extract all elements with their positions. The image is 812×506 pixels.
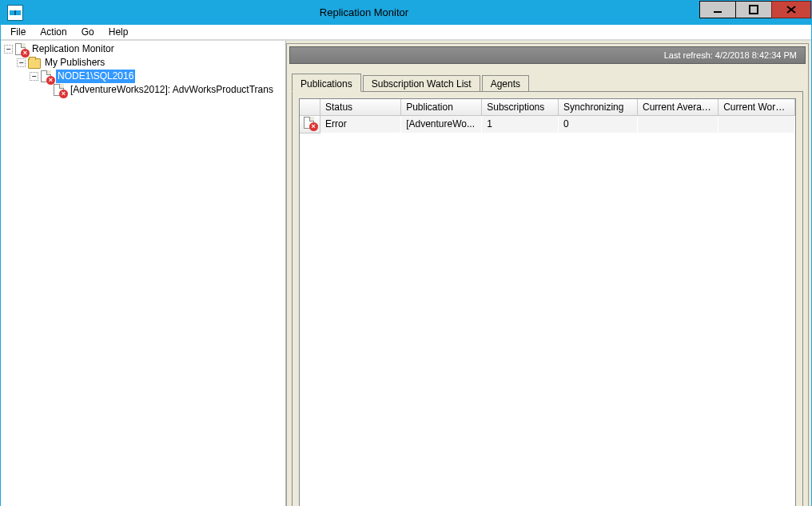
tree-node-publication[interactable]: × [AdventureWorks2012]: AdvWorksProductT… <box>42 83 275 97</box>
tree-node-publishers[interactable]: − My Publishers <box>17 56 106 70</box>
titlebar[interactable]: Replication Monitor <box>1 1 811 25</box>
grid-header-row: Status Publication Subscriptions Synchro… <box>300 99 795 115</box>
tab-subscription-watch-list[interactable]: Subscription Watch List <box>363 75 480 91</box>
error-icon: × <box>304 117 316 129</box>
svg-rect-0 <box>714 11 722 13</box>
expander-spacer <box>42 86 51 94</box>
tree-pane: − × Replication Monitor − My Publishers <box>1 41 286 506</box>
col-subscriptions[interactable]: Subscriptions <box>482 99 559 115</box>
col-publication[interactable]: Publication <box>401 99 482 115</box>
col-synchronizing[interactable]: Synchronizing <box>559 99 638 115</box>
grid-corner[interactable] <box>300 99 320 115</box>
menubar: File Action Go Help <box>1 25 811 40</box>
last-refresh-text: Last refresh: 4/2/2018 8:42:34 PM <box>664 50 797 60</box>
menu-help[interactable]: Help <box>102 25 135 39</box>
table-row[interactable]: × Error [AdventureWo... 1 0 <box>300 116 795 133</box>
close-icon <box>786 5 797 14</box>
col-status[interactable]: Status <box>320 99 401 115</box>
tree-node-root[interactable]: − × Replication Monitor <box>4 42 116 56</box>
expander-icon[interactable]: − <box>17 58 26 67</box>
cell-subscriptions: 1 <box>482 116 559 133</box>
minimize-icon <box>713 5 722 14</box>
tree[interactable]: − × Replication Monitor − My Publishers <box>2 42 285 98</box>
right-inner: Last refresh: 4/2/2018 8:42:34 PM Public… <box>286 43 809 506</box>
folder-icon <box>28 57 41 70</box>
cell-current-worst <box>718 116 795 133</box>
cell-publication: [AdventureWo... <box>401 116 482 133</box>
tree-node-server[interactable]: − × NODE1\SQL2016 <box>30 70 135 83</box>
app-window: Replication Monitor File Action Go Help <box>0 0 812 506</box>
maximize-button[interactable] <box>735 1 772 18</box>
right-pane: Last refresh: 4/2/2018 8:42:34 PM Public… <box>286 41 811 506</box>
menu-go[interactable]: Go <box>75 25 101 39</box>
tabstrip: Publications Subscription Watch List Age… <box>287 72 808 91</box>
window-controls <box>700 1 811 25</box>
app-icon <box>7 5 23 21</box>
expander-icon[interactable]: − <box>4 45 13 54</box>
tree-label-root: Replication Monitor <box>30 42 116 56</box>
col-current-avg[interactable]: Current Averag... <box>638 99 718 115</box>
cell-status: Error <box>320 116 401 133</box>
tree-label-publishers: My Publishers <box>43 56 106 70</box>
publication-error-icon: × <box>54 84 66 97</box>
tree-label-publication: [AdventureWorks2012]: AdvWorksProductTra… <box>69 83 275 97</box>
cell-current-avg <box>638 116 718 133</box>
maximize-icon <box>749 5 758 14</box>
menu-file[interactable]: File <box>4 25 32 39</box>
client-area: − × Replication Monitor − My Publishers <box>1 40 811 506</box>
server-error-icon: × <box>41 70 54 83</box>
tab-publications[interactable]: Publications <box>292 74 361 92</box>
svg-rect-1 <box>750 6 758 14</box>
grid-body[interactable]: × Error [AdventureWo... 1 0 <box>300 116 795 506</box>
row-status-icon-cell: × <box>300 116 320 133</box>
tab-agents[interactable]: Agents <box>482 75 529 91</box>
close-button[interactable] <box>771 1 811 18</box>
tree-label-server: NODE1\SQL2016 <box>56 70 135 83</box>
publications-grid[interactable]: Status Publication Subscriptions Synchro… <box>299 98 796 506</box>
tab-content: Status Publication Subscriptions Synchro… <box>292 91 803 506</box>
replication-monitor-icon: × <box>15 43 28 56</box>
window-title: Replication Monitor <box>28 1 700 25</box>
cell-synchronizing: 0 <box>559 116 638 133</box>
refresh-bar: Last refresh: 4/2/2018 8:42:34 PM <box>289 46 806 64</box>
col-current-worst[interactable]: Current Worst ... <box>718 99 795 115</box>
expander-icon[interactable]: − <box>30 72 38 81</box>
minimize-button[interactable] <box>699 1 736 18</box>
menu-action[interactable]: Action <box>34 25 73 39</box>
